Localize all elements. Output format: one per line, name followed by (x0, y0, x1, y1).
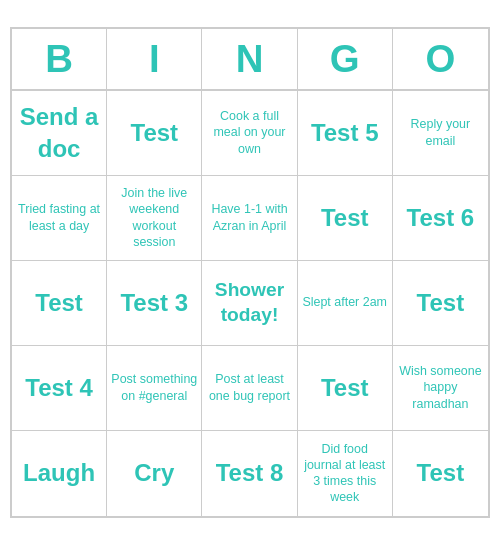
bingo-cell: Cook a full meal on your own (202, 91, 297, 176)
cell-text: Did food journal at least 3 times this w… (302, 441, 388, 506)
bingo-cell: Test (12, 261, 107, 346)
bingo-cell: Test 3 (107, 261, 202, 346)
bingo-cell: Test 5 (298, 91, 393, 176)
cell-text: Test (417, 457, 465, 488)
bingo-card: BINGO Send a docTestCook a full meal on … (10, 27, 490, 518)
cell-text: Wish someone happy ramadhan (397, 363, 484, 412)
bingo-header: BINGO (12, 29, 488, 91)
bingo-cell: Slept after 2am (298, 261, 393, 346)
cell-text: Post at least one bug report (206, 371, 292, 403)
bingo-cell: Test (298, 176, 393, 261)
header-letter: O (393, 29, 488, 89)
cell-text: Test (321, 202, 369, 233)
bingo-cell: Tried fasting at least a day (12, 176, 107, 261)
bingo-cell: Test 6 (393, 176, 488, 261)
bingo-cell: Test (107, 91, 202, 176)
bingo-cell: Join the live weekend workout session (107, 176, 202, 261)
cell-text: Test 5 (311, 117, 379, 148)
cell-text: Reply your email (397, 116, 484, 148)
cell-text: Cry (134, 457, 174, 488)
cell-text: Test 8 (216, 457, 284, 488)
cell-text: Test (321, 372, 369, 403)
bingo-cell: Shower today! (202, 261, 297, 346)
cell-text: Test 3 (120, 287, 188, 318)
header-letter: I (107, 29, 202, 89)
header-letter: N (202, 29, 297, 89)
bingo-cell: Test (298, 346, 393, 431)
cell-text: Have 1-1 with Azran in April (206, 201, 292, 233)
bingo-cell: Post something on #general (107, 346, 202, 431)
bingo-grid: Send a docTestCook a full meal on your o… (12, 91, 488, 516)
cell-text: Test (35, 287, 83, 318)
bingo-cell: Cry (107, 431, 202, 516)
cell-text: Post something on #general (111, 371, 197, 403)
bingo-cell: Test (393, 431, 488, 516)
bingo-cell: Send a doc (12, 91, 107, 176)
cell-text: Test 4 (25, 372, 93, 403)
cell-text: Test (131, 117, 179, 148)
bingo-cell: Wish someone happy ramadhan (393, 346, 488, 431)
cell-text: Shower today! (206, 278, 292, 328)
bingo-cell: Test 8 (202, 431, 297, 516)
cell-text: Join the live weekend workout session (111, 185, 197, 250)
cell-text: Send a doc (16, 101, 102, 163)
header-letter: B (12, 29, 107, 89)
bingo-cell: Did food journal at least 3 times this w… (298, 431, 393, 516)
cell-text: Cook a full meal on your own (206, 108, 292, 157)
cell-text: Tried fasting at least a day (16, 201, 102, 233)
cell-text: Laugh (23, 457, 95, 488)
header-letter: G (298, 29, 393, 89)
bingo-cell: Test 4 (12, 346, 107, 431)
cell-text: Test (417, 287, 465, 318)
bingo-cell: Have 1-1 with Azran in April (202, 176, 297, 261)
cell-text: Slept after 2am (302, 294, 387, 310)
bingo-cell: Laugh (12, 431, 107, 516)
bingo-cell: Post at least one bug report (202, 346, 297, 431)
bingo-cell: Test (393, 261, 488, 346)
cell-text: Test 6 (407, 202, 475, 233)
bingo-cell: Reply your email (393, 91, 488, 176)
